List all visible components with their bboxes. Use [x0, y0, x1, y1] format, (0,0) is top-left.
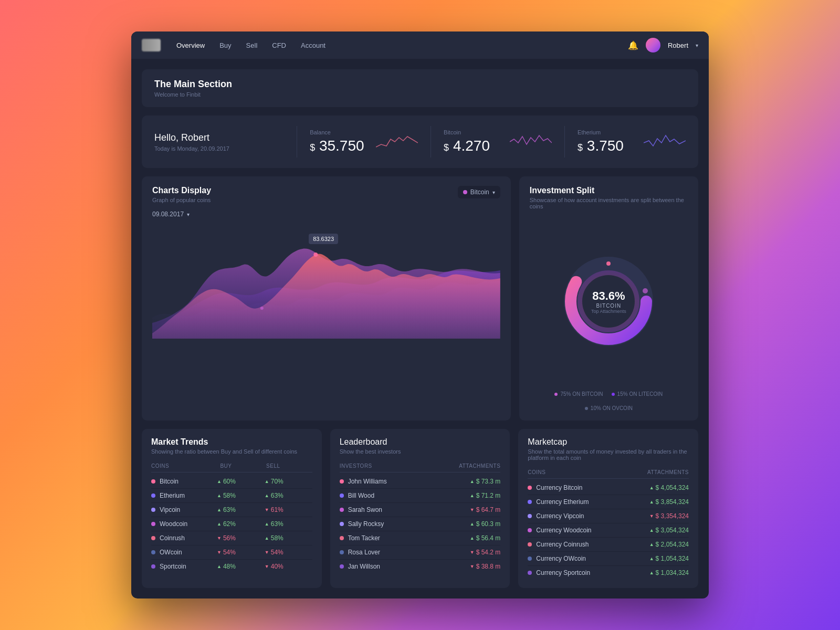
cap-coin-indicator: [528, 500, 532, 504]
coin-indicator: [151, 550, 155, 554]
investor-indicator: [340, 479, 344, 484]
coin-indicator: [151, 479, 155, 484]
buy-val: ▲60%: [217, 478, 265, 485]
table-row: Sportcoin ▲48% ▼40%: [151, 560, 312, 573]
cap-coin-name: Currency Etherium: [536, 498, 627, 506]
table-row: Currency Vipcoin ▼$ 3,354,324: [528, 509, 689, 523]
svg-point-1: [260, 307, 264, 310]
user-name[interactable]: Robert: [668, 41, 688, 49]
table-row: Currency Woodcoin ▲$ 3,054,324: [528, 523, 689, 538]
divider-2: [430, 126, 431, 158]
main-content: The Main Section Welcome to Finbit Hello…: [131, 59, 709, 598]
date-label[interactable]: 09.08.2017: [152, 211, 184, 218]
investor-name: Sally Rocksy: [348, 520, 439, 528]
legend-bitcoin: 75% ON BITCOIN: [554, 391, 603, 397]
legend-litecoin: 15% ON LITECOIN: [612, 391, 663, 397]
cap-amount: ▲$ 2,054,324: [628, 541, 689, 548]
table-row: OWcoin ▼54% ▼54%: [151, 545, 312, 560]
cap-amount: ▲$ 3,854,324: [628, 498, 689, 506]
nav-buy[interactable]: Buy: [219, 41, 231, 49]
coin-name: Woodcoin: [160, 520, 217, 528]
investor-amount: ▼$ 54.2 m: [439, 549, 500, 556]
coin-chevron-icon: ▾: [492, 190, 495, 195]
nav-account[interactable]: Account: [301, 41, 326, 49]
investor-amount: ▲$ 60.3 m: [439, 520, 500, 528]
table-row: Currency Coinrush ▲$ 2,054,324: [528, 538, 689, 552]
coin-dot-icon: [463, 190, 467, 194]
date-filter: 09.08.2017 ▾: [152, 211, 500, 218]
investor-indicator: [340, 494, 344, 498]
cap-amount: ▼$ 3,354,324: [628, 512, 689, 520]
th-investors: INVESTORS: [340, 463, 436, 469]
invest-legend: 75% ON BITCOIN 15% ON LITECOIN 10% ON OV…: [530, 391, 688, 411]
leaderboard-rows: John Williams ▲$ 73.3 m Bill Wood ▲$ 71.…: [340, 475, 501, 573]
donut-coin: BITCOIN: [591, 303, 626, 309]
svg-point-6: [606, 261, 611, 266]
coin-indicator: [151, 522, 155, 526]
sell-val: ▼40%: [265, 563, 312, 570]
header-section: The Main Section Welcome to Finbit: [142, 69, 698, 107]
nav-right: 🔔 Robert ▾: [628, 38, 698, 52]
market-trends-card: Market Trends Showing the ratio between …: [142, 429, 322, 588]
table-row: Sarah Swon ▼$ 64.7 m: [340, 503, 501, 517]
table-row: Bill Wood ▲$ 71.2 m: [340, 489, 501, 503]
buy-val: ▲48%: [217, 563, 265, 570]
invest-title: Investment Split: [530, 186, 688, 195]
stat-balance: Balance $ 35.750: [310, 129, 418, 154]
nav-overview[interactable]: Overview: [176, 41, 205, 49]
cap-coin-name: Currency Bitcoin: [536, 484, 627, 491]
market-trends-title: Market Trends: [151, 437, 312, 447]
app-window: Overview Buy Sell CFD Account 🔔 Robert ▾…: [131, 32, 709, 598]
th-sell: SELL: [266, 463, 312, 469]
balance-label: Balance: [310, 129, 368, 135]
coin-selector[interactable]: Bitcoin ▾: [458, 186, 500, 198]
coin-selector-label: Bitcoin: [470, 188, 489, 196]
divider-3: [564, 126, 565, 158]
charts-card: Charts Display Graph of popular coins Bi…: [142, 176, 511, 421]
cap-coin-name: Currency Sportcoin: [536, 569, 627, 576]
th-cap-attachments: ATTACHMENTS: [624, 469, 689, 475]
nav-sell[interactable]: Sell: [246, 41, 258, 49]
market-trends-rows: Bitcoin ▲60% ▲70% Etherium ▲58% ▲63% Vip…: [151, 475, 312, 573]
nav-cfd[interactable]: CFD: [272, 41, 286, 49]
nav-bar: Overview Buy Sell CFD Account 🔔 Robert ▾: [131, 32, 709, 59]
marketcap-card: Marketcap Show the total amounts of mone…: [518, 429, 698, 588]
coin-indicator: [151, 536, 155, 540]
table-row: Etherium ▲58% ▲63%: [151, 489, 312, 503]
sell-val: ▲70%: [265, 478, 312, 485]
buy-val: ▼56%: [217, 534, 265, 542]
table-row: Jan Willson ▼$ 38.8 m: [340, 560, 501, 573]
investor-name: Bill Wood: [348, 492, 439, 499]
svg-point-7: [643, 288, 648, 293]
investor-name: Sarah Swon: [348, 506, 439, 513]
stat-etherium-info: Etherium $ 3.750: [578, 129, 635, 154]
donut-percentage: 83.6%: [591, 289, 626, 303]
table-row: Vipcoin ▲63% ▼61%: [151, 503, 312, 517]
greeting-text: Hello, Robert: [154, 132, 284, 143]
table-row: Rosa Lover ▼$ 54.2 m: [340, 545, 501, 560]
th-cap-coins: COINS: [528, 469, 624, 475]
table-row: Sally Rocksy ▲$ 60.3 m: [340, 517, 501, 531]
stat-balance-info: Balance $ 35.750: [310, 129, 368, 154]
avatar: [646, 38, 660, 52]
section-title: The Main Section: [154, 79, 686, 90]
invest-header: Investment Split Showcase of how account…: [530, 186, 688, 209]
cap-coin-indicator: [528, 571, 532, 575]
sell-val: ▲63%: [265, 520, 312, 528]
nav-links: Overview Buy Sell CFD Account: [176, 41, 628, 49]
divider-1: [297, 126, 297, 158]
charts-subtitle: Graph of popular coins: [152, 197, 211, 203]
investor-amount: ▲$ 56.4 m: [439, 534, 500, 542]
greeting: Hello, Robert Today is Monday, 20.09.201…: [154, 132, 284, 152]
buy-val: ▲58%: [217, 492, 265, 499]
market-trends-header: COINS BUY SELL: [151, 460, 312, 472]
investor-amount: ▼$ 64.7 m: [439, 506, 500, 513]
greeting-date: Today is Monday, 20.09.2017: [154, 145, 284, 152]
bell-icon[interactable]: 🔔: [628, 40, 638, 50]
donut-label: 83.6% BITCOIN Top Attachments: [591, 289, 626, 314]
etherium-chart: [644, 131, 686, 152]
balance-chart: [376, 131, 418, 152]
bitcoin-value: $ 4.270: [444, 138, 501, 154]
coin-name: Sportcoin: [160, 563, 217, 570]
table-row: Tom Tacker ▲$ 56.4 m: [340, 531, 501, 545]
